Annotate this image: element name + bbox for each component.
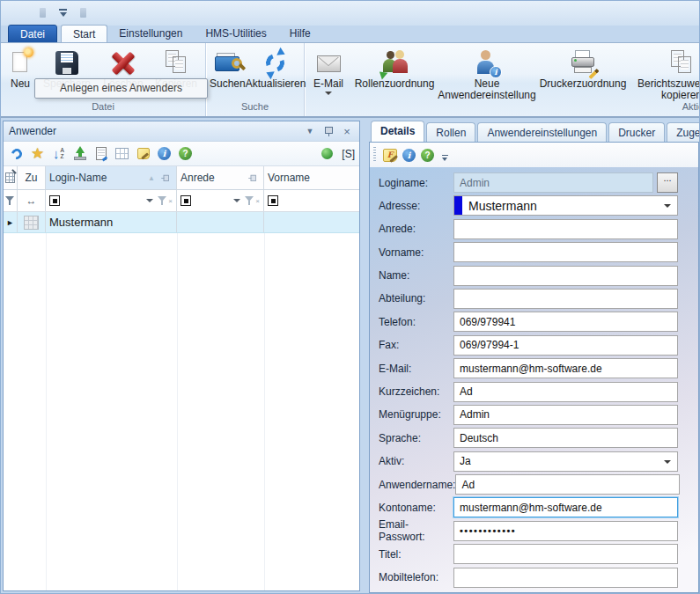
- mobiltelefon-field[interactable]: [453, 568, 678, 588]
- export-icon[interactable]: [71, 145, 88, 162]
- filter-resize-cell[interactable]: ↔: [18, 190, 46, 211]
- refresh-icon[interactable]: [8, 145, 25, 162]
- tooltip: Anlegen eines Anwenders: [34, 78, 208, 99]
- tab-datei[interactable]: Datei: [8, 25, 57, 43]
- kontoname-field[interactable]: mustermann@hm-software.de: [453, 497, 678, 517]
- info-icon[interactable]: i: [156, 145, 173, 162]
- fax-field[interactable]: 069/97994-1: [453, 335, 678, 356]
- field-label-name: Name:: [379, 269, 453, 282]
- filter-dropdown-icon[interactable]: [146, 199, 153, 202]
- titel-field[interactable]: [453, 544, 678, 564]
- row-grid-icon: [24, 216, 39, 230]
- help-icon[interactable]: ?: [421, 149, 434, 162]
- tab-start[interactable]: Start: [61, 25, 107, 43]
- tab-hilfe[interactable]: Hilfe: [278, 25, 322, 43]
- quick-access-icon[interactable]: [80, 8, 86, 18]
- filter-dropdown-icon[interactable]: [233, 199, 240, 202]
- toolbar-grip[interactable]: [373, 147, 376, 163]
- favorite-star-icon[interactable]: ★: [29, 145, 46, 162]
- printer-icon: [567, 48, 599, 78]
- abteilung-field[interactable]: [453, 289, 678, 309]
- tab-anwendereinstellungen[interactable]: Anwendereinstellungen: [477, 122, 607, 142]
- filter-login-name[interactable]: ×: [46, 190, 177, 211]
- email-dropdown-arrow-icon[interactable]: [325, 92, 332, 95]
- note-icon[interactable]: F: [383, 149, 397, 162]
- tab-hms-utilities[interactable]: HMS-Utilities: [194, 25, 277, 43]
- tab-rollen[interactable]: Rollen: [426, 122, 475, 142]
- customize-quick-access-icon[interactable]: [58, 8, 68, 18]
- grid-row-mustermann[interactable]: ► Mustermann: [4, 212, 359, 233]
- berichtszuweisung-kopieren-button[interactable]: Berichtszuweisung kopieren: [632, 47, 699, 101]
- filter-checkbox-icon[interactable]: [181, 195, 191, 206]
- status-indicator: [321, 148, 333, 159]
- filter-checkbox-icon[interactable]: [49, 195, 60, 206]
- grid-view-icon[interactable]: [114, 145, 130, 162]
- workspace: Anwender ▼ × ★ ↓AZ i ? [S]: [1, 121, 699, 593]
- email-passwort-field[interactable]: ••••••••••••: [453, 521, 678, 541]
- field-label-sprache: Sprache:: [379, 432, 453, 444]
- menuegruppe-field[interactable]: Admin: [453, 405, 678, 425]
- tab-einstellungen[interactable]: Einstellungen: [107, 25, 194, 43]
- report-icon[interactable]: [92, 145, 109, 162]
- telefon-field[interactable]: 069/979941: [453, 312, 678, 332]
- ribbon-tab-strip: Datei Start Einstellungen HMS-Utilities …: [1, 24, 699, 43]
- sort-az-icon[interactable]: ↓AZ: [50, 145, 67, 162]
- neu-button[interactable]: Neu: [4, 47, 36, 90]
- loginame-field[interactable]: Admin: [453, 172, 653, 193]
- filter-checkbox-icon[interactable]: [268, 195, 278, 206]
- status-label: [S]: [342, 148, 355, 160]
- filter-row-cell[interactable]: [4, 190, 18, 211]
- column-header-zu[interactable]: Zu: [18, 166, 46, 189]
- help-icon[interactable]: ?: [177, 145, 194, 162]
- column-pin-icon[interactable]: [247, 172, 259, 184]
- quick-access-icon[interactable]: [40, 8, 46, 18]
- aktiv-combo[interactable]: Ja: [453, 451, 678, 472]
- pin-icon[interactable]: [321, 124, 335, 138]
- filter-icon: [5, 195, 15, 206]
- field-label-vorname: Vorname:: [379, 246, 453, 259]
- title-bar: [1, 1, 699, 26]
- column-header-login-name[interactable]: Login-Name ▲: [46, 166, 177, 189]
- anrede-field[interactable]: [453, 219, 678, 239]
- field-label-adresse: Adresse:: [379, 200, 453, 212]
- anwendername-field[interactable]: Ad: [455, 474, 680, 495]
- tab-details[interactable]: Details: [371, 121, 424, 142]
- column-pin-icon[interactable]: [160, 172, 172, 184]
- email-field[interactable]: mustermann@hm-software.de: [453, 358, 678, 378]
- folder-search-icon: [211, 48, 243, 78]
- documents-icon: [666, 48, 697, 78]
- sprache-field[interactable]: Deutsch: [453, 428, 678, 448]
- clear-filter-icon[interactable]: [158, 195, 167, 206]
- suchen-button[interactable]: Suchen: [210, 47, 246, 90]
- column-header-anrede[interactable]: Anrede: [177, 166, 264, 189]
- neue-anwendereinstellung-button[interactable]: i Neue Anwendereinstellung: [440, 47, 534, 101]
- clear-filter-icon[interactable]: [245, 195, 254, 206]
- cell-anrede: [177, 212, 264, 232]
- select-all-header-cell[interactable]: [4, 166, 18, 189]
- rollenzuordnung-button[interactable]: Rollenzuordnung: [349, 47, 440, 90]
- filter-anrede[interactable]: ×: [177, 190, 264, 211]
- info-icon[interactable]: i: [402, 149, 416, 162]
- anwender-grid: Zu Login-Name ▲ Anrede Vorname ↔: [4, 166, 359, 590]
- close-icon[interactable]: ×: [340, 124, 354, 138]
- aktualisieren-button[interactable]: Aktualisieren: [246, 47, 306, 90]
- details-panel: Details Rollen Anwendereinstellungen Dru…: [369, 121, 699, 593]
- adresse-combo[interactable]: Mustermann: [453, 195, 678, 216]
- name-field[interactable]: [453, 266, 678, 286]
- note-icon[interactable]: [135, 145, 151, 162]
- druckerzuordnung-button[interactable]: Druckerzuordnung: [534, 47, 632, 90]
- grid-filter-row: ↔ × ×: [4, 190, 359, 212]
- vorname-field[interactable]: [453, 242, 678, 262]
- toolbar-overflow-icon[interactable]: [441, 155, 449, 164]
- refresh-icon: [260, 48, 291, 78]
- column-header-vorname[interactable]: Vorname: [264, 166, 359, 189]
- email-button[interactable]: E-Mail: [308, 47, 349, 95]
- filter-vorname[interactable]: [264, 190, 359, 211]
- field-label-anrede: Anrede:: [379, 223, 453, 235]
- panel-menu-arrow-icon[interactable]: ▼: [303, 124, 317, 138]
- tab-drucker[interactable]: Drucker: [608, 122, 665, 142]
- loginame-browse-button[interactable]: ...: [657, 172, 678, 193]
- tab-zugeordnete-berichte[interactable]: Zugeordnete B: [667, 122, 699, 142]
- anwender-panel-header: Anwender ▼ ×: [4, 121, 359, 142]
- kurzzeichen-field[interactable]: Ad: [453, 382, 678, 402]
